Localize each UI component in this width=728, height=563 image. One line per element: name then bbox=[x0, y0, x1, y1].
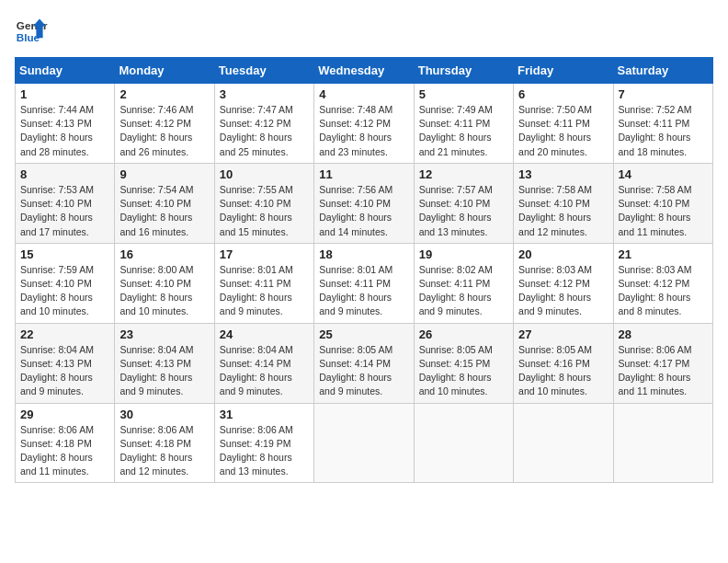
day-info: Sunrise: 7:48 AMSunset: 4:12 PMDaylight:… bbox=[319, 103, 408, 159]
day-info: Sunrise: 7:53 AMSunset: 4:10 PMDaylight:… bbox=[20, 183, 109, 239]
calendar-cell: 31Sunrise: 8:06 AMSunset: 4:19 PMDayligh… bbox=[214, 403, 313, 483]
calendar-cell: 3Sunrise: 7:47 AMSunset: 4:12 PMDaylight… bbox=[214, 84, 313, 164]
day-number: 20 bbox=[518, 247, 608, 261]
day-info: Sunrise: 7:50 AMSunset: 4:11 PMDaylight:… bbox=[518, 103, 608, 159]
day-number: 8 bbox=[20, 167, 109, 181]
day-info: Sunrise: 7:57 AMSunset: 4:10 PMDaylight:… bbox=[419, 183, 508, 239]
day-number: 5 bbox=[419, 87, 508, 101]
calendar-cell: 25Sunrise: 8:05 AMSunset: 4:14 PMDayligh… bbox=[314, 323, 414, 403]
calendar-cell bbox=[514, 403, 613, 483]
day-number: 1 bbox=[20, 87, 109, 101]
day-info: Sunrise: 8:04 AMSunset: 4:13 PMDaylight:… bbox=[20, 343, 109, 399]
logo: General Blue bbox=[15, 15, 48, 48]
day-info: Sunrise: 8:06 AMSunset: 4:18 PMDaylight:… bbox=[20, 423, 109, 479]
calendar-week-row: 15Sunrise: 7:59 AMSunset: 4:10 PMDayligh… bbox=[16, 243, 713, 323]
day-number: 17 bbox=[220, 247, 309, 261]
calendar-cell: 12Sunrise: 7:57 AMSunset: 4:10 PMDayligh… bbox=[414, 163, 513, 243]
day-number: 9 bbox=[119, 167, 209, 181]
day-info: Sunrise: 8:04 AMSunset: 4:14 PMDaylight:… bbox=[220, 343, 309, 399]
calendar-table: SundayMondayTuesdayWednesdayThursdayFrid… bbox=[15, 57, 713, 483]
day-number: 18 bbox=[319, 247, 408, 261]
calendar-week-row: 8Sunrise: 7:53 AMSunset: 4:10 PMDaylight… bbox=[16, 163, 713, 243]
day-number: 10 bbox=[220, 167, 309, 181]
day-number: 29 bbox=[20, 408, 109, 421]
day-number: 2 bbox=[119, 87, 209, 101]
logo-icon: General Blue bbox=[15, 15, 48, 48]
day-number: 28 bbox=[619, 327, 708, 341]
day-header-saturday: Saturday bbox=[613, 58, 712, 84]
day-number: 11 bbox=[319, 167, 408, 181]
day-info: Sunrise: 7:56 AMSunset: 4:10 PMDaylight:… bbox=[319, 183, 408, 239]
day-info: Sunrise: 8:01 AMSunset: 4:11 PMDaylight:… bbox=[319, 263, 408, 319]
calendar-cell: 5Sunrise: 7:49 AMSunset: 4:11 PMDaylight… bbox=[414, 84, 513, 164]
calendar-cell: 15Sunrise: 7:59 AMSunset: 4:10 PMDayligh… bbox=[16, 243, 115, 323]
calendar-cell: 8Sunrise: 7:53 AMSunset: 4:10 PMDaylight… bbox=[16, 163, 115, 243]
day-number: 13 bbox=[518, 167, 608, 181]
day-info: Sunrise: 8:01 AMSunset: 4:11 PMDaylight:… bbox=[220, 263, 309, 319]
calendar-week-row: 22Sunrise: 8:04 AMSunset: 4:13 PMDayligh… bbox=[16, 323, 713, 403]
day-number: 3 bbox=[220, 87, 309, 101]
day-number: 6 bbox=[518, 87, 608, 101]
day-info: Sunrise: 7:55 AMSunset: 4:10 PMDaylight:… bbox=[220, 183, 309, 239]
calendar-cell: 4Sunrise: 7:48 AMSunset: 4:12 PMDaylight… bbox=[314, 84, 414, 164]
day-info: Sunrise: 8:05 AMSunset: 4:14 PMDaylight:… bbox=[319, 343, 408, 399]
day-number: 22 bbox=[20, 327, 109, 341]
day-header-friday: Friday bbox=[514, 58, 613, 84]
day-number: 16 bbox=[119, 247, 209, 261]
day-number: 19 bbox=[419, 247, 508, 261]
calendar-cell: 24Sunrise: 8:04 AMSunset: 4:14 PMDayligh… bbox=[214, 323, 313, 403]
calendar-cell: 13Sunrise: 7:58 AMSunset: 4:10 PMDayligh… bbox=[514, 163, 613, 243]
day-number: 7 bbox=[619, 87, 708, 101]
calendar-cell bbox=[414, 403, 513, 483]
day-info: Sunrise: 8:05 AMSunset: 4:16 PMDaylight:… bbox=[518, 343, 608, 399]
day-info: Sunrise: 8:06 AMSunset: 4:19 PMDaylight:… bbox=[220, 423, 309, 479]
day-number: 12 bbox=[419, 167, 508, 181]
day-header-monday: Monday bbox=[115, 58, 214, 84]
day-header-thursday: Thursday bbox=[414, 58, 513, 84]
calendar-cell: 17Sunrise: 8:01 AMSunset: 4:11 PMDayligh… bbox=[214, 243, 313, 323]
day-number: 23 bbox=[119, 327, 209, 341]
day-info: Sunrise: 7:46 AMSunset: 4:12 PMDaylight:… bbox=[119, 103, 209, 159]
day-number: 26 bbox=[419, 327, 508, 341]
day-info: Sunrise: 7:49 AMSunset: 4:11 PMDaylight:… bbox=[419, 103, 508, 159]
calendar-cell: 11Sunrise: 7:56 AMSunset: 4:10 PMDayligh… bbox=[314, 163, 414, 243]
day-info: Sunrise: 8:05 AMSunset: 4:15 PMDaylight:… bbox=[419, 343, 508, 399]
page-header: General Blue bbox=[15, 15, 713, 48]
day-info: Sunrise: 8:02 AMSunset: 4:11 PMDaylight:… bbox=[419, 263, 508, 319]
calendar-cell: 21Sunrise: 8:03 AMSunset: 4:12 PMDayligh… bbox=[613, 243, 712, 323]
day-info: Sunrise: 7:44 AMSunset: 4:13 PMDaylight:… bbox=[20, 103, 109, 159]
calendar-cell: 29Sunrise: 8:06 AMSunset: 4:18 PMDayligh… bbox=[16, 403, 115, 483]
day-info: Sunrise: 7:58 AMSunset: 4:10 PMDaylight:… bbox=[619, 183, 708, 239]
day-number: 14 bbox=[619, 167, 708, 181]
day-number: 4 bbox=[319, 87, 408, 101]
day-info: Sunrise: 8:04 AMSunset: 4:13 PMDaylight:… bbox=[119, 343, 209, 399]
day-number: 21 bbox=[619, 247, 708, 261]
calendar-cell: 6Sunrise: 7:50 AMSunset: 4:11 PMDaylight… bbox=[514, 84, 613, 164]
calendar-cell: 19Sunrise: 8:02 AMSunset: 4:11 PMDayligh… bbox=[414, 243, 513, 323]
calendar-cell: 22Sunrise: 8:04 AMSunset: 4:13 PMDayligh… bbox=[16, 323, 115, 403]
day-number: 27 bbox=[518, 327, 608, 341]
calendar-cell: 10Sunrise: 7:55 AMSunset: 4:10 PMDayligh… bbox=[214, 163, 313, 243]
day-header-sunday: Sunday bbox=[16, 58, 115, 84]
calendar-cell: 16Sunrise: 8:00 AMSunset: 4:10 PMDayligh… bbox=[115, 243, 214, 323]
day-info: Sunrise: 8:03 AMSunset: 4:12 PMDaylight:… bbox=[619, 263, 708, 319]
day-number: 25 bbox=[319, 327, 408, 341]
calendar-cell: 28Sunrise: 8:06 AMSunset: 4:17 PMDayligh… bbox=[613, 323, 712, 403]
day-info: Sunrise: 8:06 AMSunset: 4:17 PMDaylight:… bbox=[619, 343, 708, 399]
calendar-cell: 20Sunrise: 8:03 AMSunset: 4:12 PMDayligh… bbox=[514, 243, 613, 323]
calendar-cell: 7Sunrise: 7:52 AMSunset: 4:11 PMDaylight… bbox=[613, 84, 712, 164]
day-info: Sunrise: 7:54 AMSunset: 4:10 PMDaylight:… bbox=[119, 183, 209, 239]
calendar-week-row: 29Sunrise: 8:06 AMSunset: 4:18 PMDayligh… bbox=[16, 403, 713, 483]
day-info: Sunrise: 8:06 AMSunset: 4:18 PMDaylight:… bbox=[119, 423, 209, 479]
calendar-week-row: 1Sunrise: 7:44 AMSunset: 4:13 PMDaylight… bbox=[16, 84, 713, 164]
calendar-cell: 27Sunrise: 8:05 AMSunset: 4:16 PMDayligh… bbox=[514, 323, 613, 403]
calendar-cell: 2Sunrise: 7:46 AMSunset: 4:12 PMDaylight… bbox=[115, 84, 214, 164]
calendar-cell bbox=[613, 403, 712, 483]
day-number: 15 bbox=[20, 247, 109, 261]
calendar-cell: 9Sunrise: 7:54 AMSunset: 4:10 PMDaylight… bbox=[115, 163, 214, 243]
day-header-wednesday: Wednesday bbox=[314, 58, 414, 84]
day-info: Sunrise: 8:03 AMSunset: 4:12 PMDaylight:… bbox=[518, 263, 608, 319]
calendar-cell: 14Sunrise: 7:58 AMSunset: 4:10 PMDayligh… bbox=[613, 163, 712, 243]
calendar-cell bbox=[314, 403, 414, 483]
calendar-cell: 23Sunrise: 8:04 AMSunset: 4:13 PMDayligh… bbox=[115, 323, 214, 403]
